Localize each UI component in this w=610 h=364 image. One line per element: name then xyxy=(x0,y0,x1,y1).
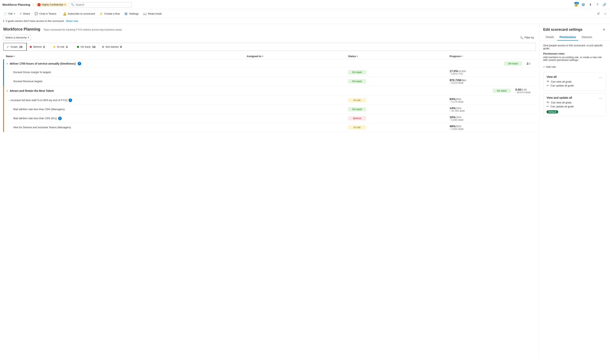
tab-permissions[interactable]: Permissions xyxy=(557,34,578,40)
stats-row: ✓ Goals 15 Behind 2 At risk 3 On track 1… xyxy=(3,43,536,51)
stat-at-risk[interactable]: At risk 3 xyxy=(50,43,74,51)
create-flow-button[interactable]: ⚡ Create a flow xyxy=(97,11,122,17)
comment-badge: 2 xyxy=(78,62,81,65)
stat-goals[interactable]: ✓ Goals 15 xyxy=(3,43,27,51)
stat-on-track[interactable]: On track 10 xyxy=(74,43,99,51)
edit-icon-2: ✏ xyxy=(546,105,549,108)
progress-cell: 17.0%/14.6% ↑ 3.87% YTD xyxy=(447,68,536,77)
settings-button[interactable]: ⚙️ Settings xyxy=(122,11,141,17)
search-input[interactable] xyxy=(76,3,130,6)
search-icon: 🔍 xyxy=(71,3,74,6)
alert-link[interactable]: Share now. xyxy=(66,20,79,23)
nav-separator: | xyxy=(33,2,34,7)
refresh-button[interactable]: ↺ xyxy=(595,11,601,17)
progress-change: ↓ 9.51% MoM xyxy=(450,82,533,84)
stat-behind[interactable]: Behind 2 xyxy=(26,43,50,51)
add-role-button[interactable]: + Add role xyxy=(543,65,556,69)
help-button[interactable]: ? xyxy=(594,1,600,8)
role-card-view-all: View all 👁 Can view all goals ✏ Can upda… xyxy=(543,72,606,91)
file-button[interactable]: 📄 File ▾ xyxy=(1,11,17,17)
share-ext-button[interactable]: 🔗 xyxy=(601,1,608,8)
on-track-dot xyxy=(77,46,79,48)
file-icon: 📄 xyxy=(3,12,7,15)
group-status: On track xyxy=(504,62,525,65)
tab-details[interactable]: Details xyxy=(543,34,557,40)
expand-button[interactable]: ∨ xyxy=(6,90,8,92)
progress-target: /$64. xyxy=(461,79,467,82)
perm-label-view-1: Can view all goals xyxy=(551,80,571,83)
perm-label-update-1: Can update all goals xyxy=(550,84,574,87)
col-progress-label: Progress xyxy=(450,55,461,58)
table-row: Bad attrition rate less than 15% (ICs) 2 xyxy=(3,114,244,123)
status-cell: At risk xyxy=(346,96,447,105)
behind-dot xyxy=(30,46,32,48)
not-started-label: Not started xyxy=(106,45,119,48)
file-chevron: ▾ xyxy=(14,13,15,15)
role-view-update-title: View and update all xyxy=(546,96,603,99)
status-badge: On track xyxy=(348,107,366,111)
chat-teams-button[interactable]: 💬 Chat in Teams xyxy=(33,11,58,17)
progress-main: 16% xyxy=(450,116,455,119)
subscribe-button[interactable]: 🔔 Subscribe to scorecard xyxy=(61,11,97,17)
share-button[interactable]: ↗ Share xyxy=(17,11,32,17)
panel-header: Edit scorecard settings ✕ xyxy=(539,24,610,34)
status-badge: On track xyxy=(504,62,522,65)
on-track-label: On track xyxy=(81,45,91,48)
goal-name: Bad attrition rate less than 15% (Manage… xyxy=(13,108,65,111)
role-view-all-title: View all xyxy=(546,75,603,78)
assigned-cell xyxy=(244,123,346,132)
scorecard-title: Workforce Planning xyxy=(3,27,40,31)
scorecard-description: Team scorecard for tracking FY23 metrics… xyxy=(44,28,122,31)
star-button[interactable]: ☆ xyxy=(602,11,609,17)
behind-label: Behind xyxy=(33,45,41,48)
group-name: deliver 1700 hours of service annually (… xyxy=(10,62,76,65)
progress-cell: 16%/15% ↑ 9.99% MoM xyxy=(447,114,536,123)
col-header-name[interactable]: Name ▾ xyxy=(3,53,244,60)
read-mode-button[interactable]: 📖 Read mode xyxy=(141,11,164,17)
hierarchy-select[interactable]: Select a hierarchy ▾ xyxy=(3,35,31,40)
progress-cell: 14%/15% ↑ 35.78% MoM xyxy=(447,105,536,114)
col-name-label: Name xyxy=(6,55,13,58)
eye-icon-2: 👁 xyxy=(546,101,549,104)
download-button[interactable]: ⬇ xyxy=(587,1,594,8)
role-more-button-2[interactable]: ⋯ xyxy=(597,96,603,101)
toolbar-actions-right: ↺ ☆ xyxy=(595,11,609,17)
panel-close-button[interactable]: ✕ xyxy=(602,27,606,32)
panel-section-title: Permission roles xyxy=(543,52,606,55)
col-header-assigned[interactable]: Assigned to ▾ xyxy=(244,53,346,60)
perm-label-update-2: Can update all goals xyxy=(550,105,574,108)
filter-button[interactable]: 🔍 Filter by xyxy=(518,35,536,40)
assigned-cell xyxy=(244,68,346,77)
progress-cell: 49%/50% ↑ 4.26% MoM xyxy=(447,123,536,132)
assigned-cell xyxy=(244,105,346,114)
settings-icon-button[interactable]: ⚙️ xyxy=(580,1,586,8)
progress-main: 83% xyxy=(450,97,455,101)
table-row: Exceed Revenue targets xyxy=(3,77,244,86)
table-row: Hire for Diverse and Inclusive Teams (Ma… xyxy=(3,123,244,132)
status-badge: On track xyxy=(493,89,510,93)
main-container: Workforce Planning Team scorecard for tr… xyxy=(0,24,610,360)
stat-not-started[interactable]: Not started 0 xyxy=(99,43,125,51)
perm-label-view-2: Can view all goals xyxy=(551,101,571,104)
col-header-status[interactable]: Status ▾ xyxy=(346,53,447,60)
table-row: Exceed Gross margin % targets xyxy=(3,68,244,77)
progress-target: /5.00 xyxy=(521,88,527,91)
confidential-badge[interactable]: Highly Confidential ▾ xyxy=(36,3,67,7)
assigned-cell xyxy=(244,114,346,123)
assigned-sort-icon: ▾ xyxy=(262,55,263,57)
settings-label: Settings xyxy=(129,12,139,15)
tab-statuses[interactable]: Statuses xyxy=(579,34,595,40)
default-badge: Default xyxy=(546,110,558,114)
eye-icon-1: 👁 xyxy=(546,80,549,83)
search-box[interactable]: 🔍 xyxy=(69,2,132,7)
at-risk-dot xyxy=(53,46,55,48)
role-perm-update-goals-1: ✏ Can update all goals xyxy=(546,84,603,87)
notifications-button[interactable]: 🔔 119 xyxy=(573,1,579,8)
expand-button[interactable]: ∨ xyxy=(6,62,8,65)
role-more-button-1[interactable]: ⋯ xyxy=(597,75,603,80)
expand-button[interactable]: › xyxy=(9,99,10,102)
col-header-progress[interactable]: Progress ▾ xyxy=(447,53,536,60)
progress-target: /15% xyxy=(455,116,461,119)
role-perm-view-goals-2: 👁 Can view all goals xyxy=(546,101,603,104)
assigned-cell xyxy=(244,96,346,105)
